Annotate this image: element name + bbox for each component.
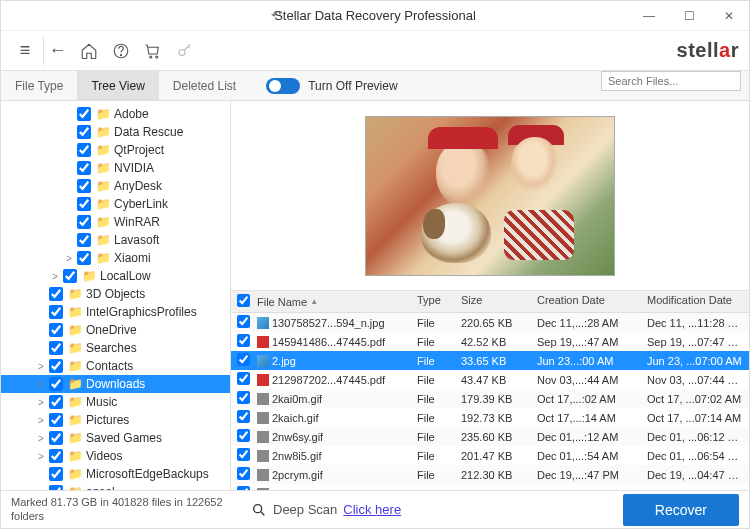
expand-icon[interactable]: > (35, 451, 47, 462)
minimize-button[interactable]: — (629, 1, 669, 31)
tree-item[interactable]: 📁NVIDIA (1, 159, 230, 177)
row-checkbox[interactable] (237, 353, 250, 366)
tree-item[interactable]: 📁WinRAR (1, 213, 230, 231)
tree-item[interactable]: 📁Searches (1, 339, 230, 357)
folder-tree[interactable]: 📁Adobe📁Data Rescue📁QtProject📁NVIDIA📁AnyD… (1, 101, 231, 490)
search-input[interactable] (601, 71, 741, 91)
tree-checkbox[interactable] (49, 395, 63, 409)
expand-icon[interactable]: > (35, 397, 47, 408)
file-row[interactable]: 145941486...47445.pdfFile42.52 KBSep 19,… (231, 332, 749, 351)
tree-checkbox[interactable] (49, 359, 63, 373)
tree-item[interactable]: 📁CyberLink (1, 195, 230, 213)
tree-checkbox[interactable] (77, 197, 91, 211)
tree-checkbox[interactable] (77, 179, 91, 193)
tree-item[interactable]: 📁ansel (1, 483, 230, 490)
tree-item[interactable]: 📁QtProject (1, 141, 230, 159)
search-box[interactable] (601, 71, 741, 100)
tree-item[interactable]: >📁LocalLow (1, 267, 230, 285)
row-checkbox[interactable] (237, 334, 250, 347)
col-size[interactable]: Size (455, 291, 531, 312)
col-name[interactable]: File Name (257, 296, 307, 308)
tree-checkbox[interactable] (49, 431, 63, 445)
tab-file-type[interactable]: File Type (1, 71, 77, 100)
row-checkbox[interactable] (237, 391, 250, 404)
expand-icon[interactable]: > (35, 379, 47, 390)
tree-item[interactable]: 📁MicrosoftEdgeBackups (1, 465, 230, 483)
tree-item[interactable]: 📁Adobe (1, 105, 230, 123)
file-modified: Dec 19, ...04:47 PM (641, 466, 749, 484)
folder-icon: 📁 (96, 125, 111, 139)
tab-tree-view[interactable]: Tree View (77, 71, 158, 100)
tree-checkbox[interactable] (77, 251, 91, 265)
expand-icon[interactable]: > (49, 271, 61, 282)
maximize-button[interactable]: ☐ (669, 1, 709, 31)
menu-icon[interactable]: ≡ (11, 37, 39, 65)
home-icon[interactable] (75, 37, 103, 65)
tree-checkbox[interactable] (49, 377, 63, 391)
close-button[interactable]: ✕ (709, 1, 749, 31)
tree-item[interactable]: >📁Videos (1, 447, 230, 465)
deep-scan-link[interactable]: Click here (343, 502, 401, 517)
tree-checkbox[interactable] (49, 413, 63, 427)
tree-checkbox[interactable] (77, 143, 91, 157)
tree-checkbox[interactable] (63, 269, 77, 283)
row-checkbox[interactable] (237, 448, 250, 461)
tree-checkbox[interactable] (77, 233, 91, 247)
recover-button[interactable]: Recover (623, 494, 739, 526)
tree-checkbox[interactable] (77, 107, 91, 121)
file-row[interactable]: 2nw6sy.gifFile235.60 KBDec 01,...:12 AMD… (231, 427, 749, 446)
tree-item[interactable]: 📁Data Rescue (1, 123, 230, 141)
row-checkbox[interactable] (237, 410, 250, 423)
expand-icon[interactable]: > (35, 415, 47, 426)
tree-item[interactable]: 📁AnyDesk (1, 177, 230, 195)
file-row[interactable]: 2kai0m.gifFile179.39 KBOct 17,...:02 AMO… (231, 389, 749, 408)
undo-icon[interactable]: ↶ (271, 8, 281, 22)
expand-icon[interactable]: > (35, 361, 47, 372)
select-all-checkbox[interactable] (237, 294, 250, 307)
tree-checkbox[interactable] (77, 215, 91, 229)
tree-checkbox[interactable] (49, 305, 63, 319)
tree-item[interactable]: 📁Lavasoft (1, 231, 230, 249)
tree-checkbox[interactable] (77, 161, 91, 175)
tree-item[interactable]: 📁3D Objects (1, 285, 230, 303)
tree-checkbox[interactable] (49, 323, 63, 337)
col-modified[interactable]: Modification Date (641, 291, 749, 312)
file-row[interactable]: 2nw8i5.gifFile201.47 KBDec 01,...:54 AMD… (231, 446, 749, 465)
row-checkbox[interactable] (237, 372, 250, 385)
col-type[interactable]: Type (411, 291, 455, 312)
tree-item[interactable]: >📁Pictures (1, 411, 230, 429)
folder-icon: 📁 (68, 305, 83, 319)
expand-icon[interactable]: > (35, 433, 47, 444)
tree-item[interactable]: 📁OneDrive (1, 321, 230, 339)
cart-icon[interactable] (139, 37, 167, 65)
tree-checkbox[interactable] (77, 125, 91, 139)
tree-item[interactable]: >📁Saved Games (1, 429, 230, 447)
row-checkbox[interactable] (237, 467, 250, 480)
file-row[interactable]: 212987202...47445.pdfFile43.47 KBNov 03,… (231, 370, 749, 389)
tree-item[interactable]: 📁IntelGraphicsProfiles (1, 303, 230, 321)
tree-item[interactable]: >📁Downloads (1, 375, 230, 393)
file-row[interactable]: 130758527...594_n.jpgFile220.65 KBDec 11… (231, 313, 749, 332)
file-row[interactable]: 2.jpgFile33.65 KBJun 23...:00 AMJun 23, … (231, 351, 749, 370)
tree-label: MicrosoftEdgeBackups (86, 467, 209, 481)
tab-deleted-list[interactable]: Deleted List (159, 71, 250, 100)
help-icon[interactable] (107, 37, 135, 65)
tree-checkbox[interactable] (49, 467, 63, 481)
back-button[interactable]: ← (43, 37, 71, 65)
preview-toggle[interactable] (266, 78, 300, 94)
tree-checkbox[interactable] (49, 341, 63, 355)
expand-icon[interactable]: > (63, 253, 75, 264)
row-checkbox[interactable] (237, 429, 250, 442)
file-row[interactable]: 2pcrym.gifFile212.30 KBDec 19,...:47 PMD… (231, 465, 749, 484)
tree-item[interactable]: >📁Contacts (1, 357, 230, 375)
tree-item[interactable]: >📁Music (1, 393, 230, 411)
row-checkbox[interactable] (237, 315, 250, 328)
tree-checkbox[interactable] (49, 449, 63, 463)
tree-checkbox[interactable] (49, 287, 63, 301)
tree-label: LocalLow (100, 269, 151, 283)
col-created[interactable]: Creation Date (531, 291, 641, 312)
file-row[interactable]: 2kaich.gifFile192.73 KBOct 17,...:14 AMO… (231, 408, 749, 427)
key-icon[interactable] (171, 37, 199, 65)
file-grid[interactable]: File Name ▲ Type Size Creation Date Modi… (231, 291, 749, 490)
tree-item[interactable]: >📁Xiaomi (1, 249, 230, 267)
